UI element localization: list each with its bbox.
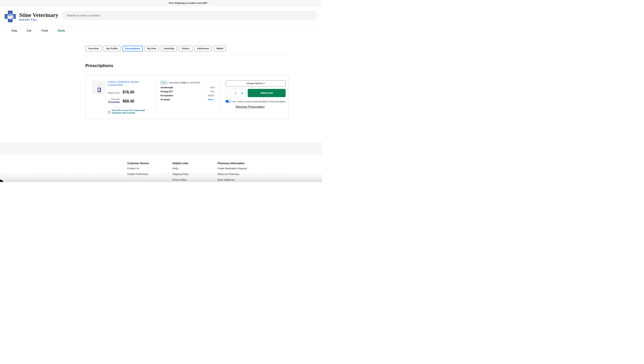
svg-text:Solution: Solution (98, 90, 99, 90)
svg-text:epicur: epicur (99, 91, 100, 92)
